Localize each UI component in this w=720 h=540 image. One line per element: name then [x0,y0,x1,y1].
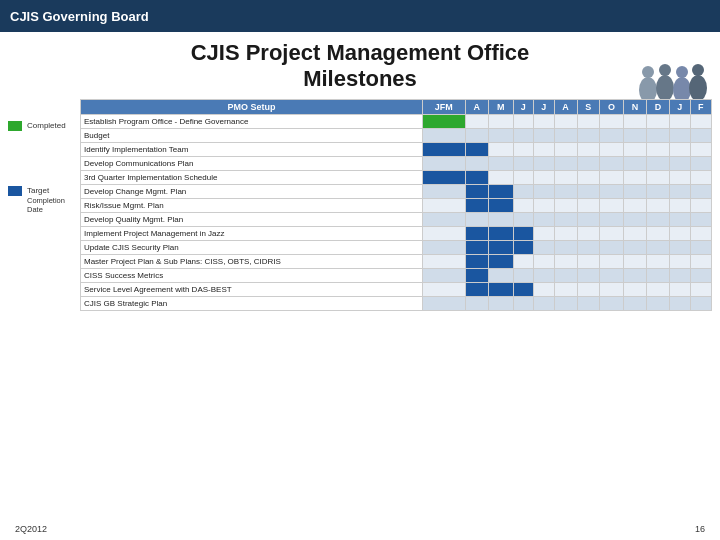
milestone-cell [554,282,577,296]
milestone-cell [623,296,646,310]
milestone-cell [599,128,623,142]
milestone-cell [534,268,555,282]
milestone-cell [577,240,599,254]
milestone-cell [488,128,513,142]
milestone-cell [554,170,577,184]
milestone-cell [488,212,513,226]
milestone-cell [554,128,577,142]
milestone-cell [646,128,669,142]
milestone-cell [513,226,534,240]
milestone-cell [599,254,623,268]
milestone-table-container: PMO Setup JFM A M J J A S O N D J F Esta… [80,99,712,311]
milestone-cell [513,156,534,170]
milestone-cell [670,212,691,226]
milestone-cell [577,184,599,198]
milestone-cell [599,240,623,254]
milestone-cell [599,156,623,170]
milestone-cell [623,142,646,156]
milestone-cell [690,226,711,240]
milestone-cell [577,254,599,268]
milestone-cell [690,254,711,268]
milestone-cell [465,296,488,310]
milestone-cell [465,156,488,170]
milestone-cell [690,282,711,296]
task-cell: CJIS GB Strategic Plan [81,296,423,310]
milestone-cell [690,212,711,226]
milestone-cell [623,254,646,268]
milestone-cell [488,254,513,268]
milestone-cell [670,226,691,240]
milestone-cell [422,226,465,240]
svg-point-6 [692,64,704,76]
task-cell: Identify Implementation Team [81,142,423,156]
legend-completed-box [8,121,22,131]
milestone-cell [465,184,488,198]
table-row: CJIS GB Strategic Plan [81,296,712,310]
milestone-cell [513,142,534,156]
milestone-cell [554,198,577,212]
milestone-cell [577,268,599,282]
milestone-cell [513,268,534,282]
milestone-cell [690,128,711,142]
milestone-cell [577,142,599,156]
page-title: CJIS Project Management Office Milestone… [191,40,530,93]
milestone-cell [488,114,513,128]
table-row: Identify Implementation Team [81,142,712,156]
milestone-cell [599,198,623,212]
milestone-cell [513,198,534,212]
milestone-cell [599,170,623,184]
legend: Completed Target Completion Date [8,99,80,311]
milestone-cell [554,212,577,226]
table-row: Risk/Issue Mgmt. Plan [81,198,712,212]
milestone-cell [554,226,577,240]
milestone-cell [690,268,711,282]
milestone-cell [465,212,488,226]
milestone-cell [646,170,669,184]
table-row: Develop Change Mgmt. Plan [81,184,712,198]
task-cell: Develop Communications Plan [81,156,423,170]
col-header-j3: J [670,99,691,114]
milestone-cell [488,240,513,254]
milestone-cell [577,282,599,296]
milestone-cell [554,268,577,282]
milestone-cell [554,240,577,254]
task-cell: Establish Program Office - Define Govern… [81,114,423,128]
org-logo: CJIS Governing Board [10,9,149,24]
milestone-cell [646,296,669,310]
milestone-cell [422,142,465,156]
milestone-cell [554,296,577,310]
milestone-cell [670,282,691,296]
table-row: Update CJIS Security Plan [81,240,712,254]
milestone-cell [646,282,669,296]
task-cell: Service Level Agreement with DAS-BEST [81,282,423,296]
milestone-cell [513,184,534,198]
milestone-cell [599,226,623,240]
svg-point-0 [642,66,654,78]
svg-point-7 [689,75,707,101]
table-row: Master Project Plan & Sub Plans: CISS, O… [81,254,712,268]
milestone-cell [488,268,513,282]
milestone-cell [422,128,465,142]
milestone-cell [623,212,646,226]
milestone-cell [670,268,691,282]
milestone-cell [577,170,599,184]
milestone-table: PMO Setup JFM A M J J A S O N D J F Esta… [80,99,712,311]
milestone-cell [646,212,669,226]
milestone-cell [599,184,623,198]
task-cell: Risk/Issue Mgmt. Plan [81,198,423,212]
milestone-cell [465,254,488,268]
milestone-cell [422,170,465,184]
milestone-cell [465,114,488,128]
col-header-a2: A [554,99,577,114]
task-cell: Implement Project Management in Jazz [81,226,423,240]
milestone-cell [690,142,711,156]
milestone-cell [534,170,555,184]
milestone-cell [670,240,691,254]
milestone-cell [623,240,646,254]
milestone-cell [534,156,555,170]
milestone-cell [690,156,711,170]
milestone-cell [623,114,646,128]
milestone-cell [488,170,513,184]
milestone-cell [646,240,669,254]
table-row: 3rd Quarter Implementation Schedule [81,170,712,184]
